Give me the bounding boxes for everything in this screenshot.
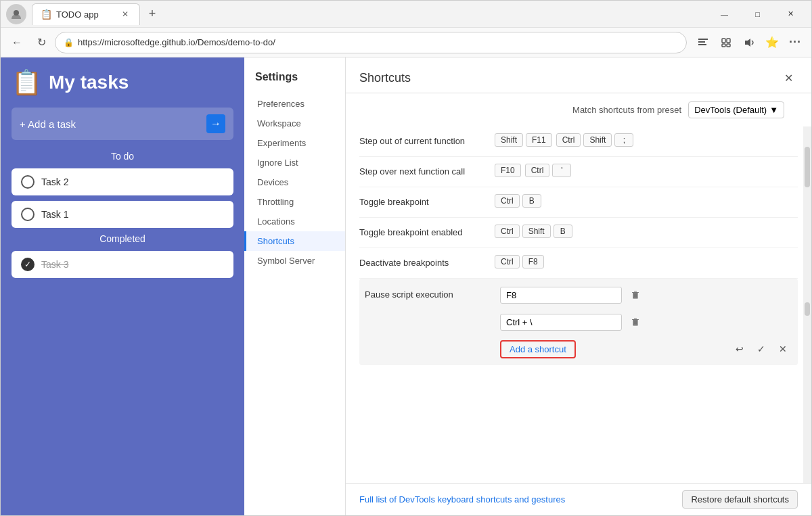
key: Shift <box>495 133 523 147</box>
cancel-button[interactable]: ✕ <box>773 339 792 358</box>
tab-title: TODO app <box>56 9 99 20</box>
more-button[interactable]: ··· <box>784 32 806 53</box>
new-tab-button[interactable]: + <box>143 5 162 24</box>
chevron-down-icon: ▼ <box>769 105 778 115</box>
title-bar: 📋 TODO app ✕ + — □ ✕ <box>1 1 811 28</box>
svg-rect-2 <box>698 41 705 43</box>
add-shortcut-row: Add a shortcut ↩ ✓ ✕ <box>500 339 792 358</box>
key: Ctrl <box>525 164 550 177</box>
key: Ctrl <box>495 194 520 208</box>
sidebar-item-ignore-list[interactable]: Ignore List <box>244 153 345 172</box>
todo-icon: 📋 <box>12 68 42 97</box>
tab-favicon: 📋 <box>41 9 52 20</box>
shortcut-keys: Ctrl Shift B <box>495 225 798 241</box>
task-item-3[interactable]: ✓ Task 3 <box>12 251 233 278</box>
shortcut-keys: Ctrl B <box>495 194 798 210</box>
sidebar-item-devices[interactable]: Devices <box>244 172 345 192</box>
sidebar-item-throttling[interactable]: Throttling <box>244 192 345 212</box>
shortcut-actions: ↩ ✓ ✕ <box>730 339 792 358</box>
delete-shortcut-2-button[interactable] <box>626 312 645 331</box>
key-row: Ctrl ' <box>525 164 572 177</box>
shortcuts-content: Shortcuts ✕ Match shortcuts from preset … <box>346 57 811 515</box>
svg-rect-4 <box>722 39 725 43</box>
delete-shortcut-1-button[interactable] <box>626 285 645 304</box>
back-button[interactable]: ← <box>6 32 28 53</box>
shortcuts-footer: Full list of DevTools keyboard shortcuts… <box>346 483 811 515</box>
task-item-1[interactable]: Task 1 <box>12 201 233 228</box>
maximize-button[interactable]: □ <box>742 4 773 24</box>
shortcut-row-pause-script: Pause script execution <box>359 279 798 365</box>
scrollbar-thumb-top[interactable] <box>805 147 810 187</box>
key-row: F10 <box>495 164 521 177</box>
refresh-button[interactable]: ↻ <box>30 32 52 53</box>
shortcut-name: Toggle breakpoint <box>359 194 495 207</box>
preset-select[interactable]: DevTools (Default) ▼ <box>688 101 784 118</box>
confirm-button[interactable]: ✓ <box>752 339 771 358</box>
shortcuts-close-button[interactable]: ✕ <box>779 68 798 87</box>
shortcut-row-toggle-bp: Toggle breakpoint Ctrl B <box>359 187 798 218</box>
scrollbar-track <box>803 126 811 483</box>
nav-actions: ⭐ ··· <box>692 32 806 53</box>
address-bar[interactable]: 🔒 https://microsoftedge.github.io/Demos/… <box>55 32 687 53</box>
settings-nav-title: Settings <box>244 66 345 94</box>
key: B <box>522 194 541 208</box>
task-item-2[interactable]: Task 2 <box>12 168 233 195</box>
collections-button[interactable] <box>715 32 737 53</box>
tab-close-button[interactable]: ✕ <box>119 8 131 20</box>
svg-rect-7 <box>727 44 730 47</box>
key: Shift <box>522 225 551 238</box>
shortcut-keys: F10 Ctrl ' <box>495 164 798 180</box>
address-text: https://microsoftedge.github.io/Demos/de… <box>78 37 678 47</box>
key: Shift <box>583 133 612 147</box>
undo-button[interactable]: ↩ <box>730 339 749 358</box>
key-row: Ctrl F8 <box>495 255 544 268</box>
browser-window: 📋 TODO app ✕ + — □ ✕ ← ↻ 🔒 https://micro… <box>0 0 812 516</box>
svg-rect-6 <box>722 44 725 47</box>
window-controls: — □ ✕ <box>709 4 806 24</box>
sidebar-item-symbol-server[interactable]: Symbol Server <box>244 251 345 271</box>
lock-icon: 🔒 <box>64 38 74 47</box>
read-mode-button[interactable] <box>692 32 714 53</box>
todo-section-label: To do <box>12 151 233 162</box>
key: F8 <box>522 255 544 268</box>
tab-bar: 📋 TODO app ✕ + <box>32 3 704 25</box>
key-row: Ctrl Shift B <box>495 225 572 238</box>
close-button[interactable]: ✕ <box>775 4 806 24</box>
shortcut-name: Step over next function call <box>359 164 495 177</box>
restore-defaults-button[interactable]: Restore default shortcuts <box>682 490 798 509</box>
shortcut-input-1[interactable] <box>500 287 622 304</box>
full-list-link[interactable]: Full list of DevTools keyboard shortcuts… <box>359 494 565 505</box>
add-shortcut-button[interactable]: Add a shortcut <box>500 340 576 358</box>
sidebar-item-locations[interactable]: Locations <box>244 212 345 231</box>
key: F11 <box>526 133 552 147</box>
shortcut-input-2[interactable] <box>500 314 622 331</box>
add-task-arrow: → <box>206 114 225 133</box>
add-task-bar[interactable]: + Add a task → <box>12 108 233 140</box>
sidebar-item-experiments[interactable]: Experiments <box>244 133 345 153</box>
shortcuts-scroll-area: Step out of current function Shift F11 C… <box>346 126 811 483</box>
minimize-button[interactable]: — <box>709 4 740 24</box>
profile-avatar[interactable] <box>6 4 26 24</box>
sidebar-item-workspace[interactable]: Workspace <box>244 114 345 133</box>
favorites-button[interactable]: ⭐ <box>761 32 783 53</box>
sidebar-item-preferences[interactable]: Preferences <box>244 94 345 114</box>
main-content: 📋 My tasks + Add a task → To do Task 2 T… <box>1 57 811 515</box>
sidebar-item-shortcuts[interactable]: Shortcuts <box>244 231 345 251</box>
read-aloud-button[interactable] <box>738 32 760 53</box>
preset-label: Match shortcuts from preset <box>572 105 681 115</box>
todo-app: 📋 My tasks + Add a task → To do Task 2 T… <box>1 57 244 515</box>
shortcut-row-step-out: Step out of current function Shift F11 C… <box>359 126 798 157</box>
key-row: Ctrl B <box>495 194 541 208</box>
active-tab[interactable]: 📋 TODO app ✕ <box>32 3 140 25</box>
input-row-1 <box>500 285 792 304</box>
svg-rect-1 <box>698 39 708 40</box>
svg-rect-3 <box>698 44 706 45</box>
task-text-done: Task 3 <box>41 259 68 270</box>
shortcuts-header: Shortcuts ✕ <box>346 57 811 93</box>
settings-panel: Settings Preferences Workspace Experimen… <box>244 57 811 515</box>
shortcuts-list: Step out of current function Shift F11 C… <box>346 126 811 365</box>
shortcuts-title: Shortcuts <box>359 71 779 85</box>
scrollbar-thumb-bottom[interactable] <box>805 302 810 316</box>
settings-nav: Settings Preferences Workspace Experimen… <box>244 57 346 515</box>
key: F10 <box>495 164 521 177</box>
